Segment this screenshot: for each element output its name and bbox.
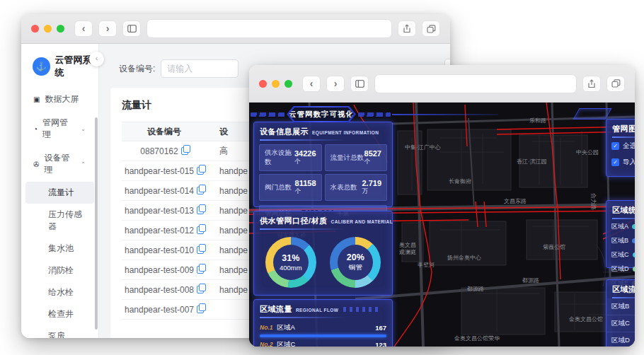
equipment-info-panel: 设备信息展示 EQUIPMENT INFORMATION 供水设施数 34226…	[253, 122, 393, 207]
forward-button[interactable]: ›	[326, 76, 345, 92]
forward-button[interactable]: ›	[98, 21, 117, 37]
monitor-icon: ▣	[33, 95, 40, 103]
legend-label: 区域A	[611, 222, 628, 231]
app-logo-icon: ⚓	[33, 57, 50, 76]
svg-text:合力路: 合力路	[590, 193, 597, 210]
copy-icon[interactable]	[197, 305, 204, 313]
legend-label: 区域D	[611, 264, 629, 274]
svg-text:金奥文昌公馆: 金奥文昌公馆	[568, 316, 603, 322]
legend-label: 区域C	[611, 250, 629, 260]
stat-cell: 供水设施数 34226 个	[259, 144, 322, 171]
svg-text:香江·滨江园: 香江·滨江园	[517, 158, 547, 165]
sidebar-item-pipe-network[interactable]: ◔ 管网管理 ⌄	[21, 111, 98, 146]
checkbox-label: 导入	[623, 158, 635, 167]
address-bar[interactable]	[146, 19, 392, 38]
legend-dot	[632, 224, 635, 229]
svg-text:紫薇公馆: 紫薇公馆	[543, 244, 565, 250]
traffic-lights	[31, 25, 64, 33]
sidebar-subitem[interactable]: 流量计	[25, 182, 94, 204]
sidebar-subitem[interactable]: 集水池	[25, 238, 94, 260]
material-donut-chart[interactable]: 20% 铜管	[330, 237, 381, 288]
minimize-window-button[interactable]	[44, 25, 52, 33]
copy-icon[interactable]	[197, 266, 204, 274]
region-stats-panel: 区域统计 区域A 区域B	[606, 200, 635, 268]
sidebar-toggle-icon[interactable]	[122, 21, 141, 37]
sidebar-collapse-button[interactable]: ‹	[89, 52, 104, 66]
legend-row[interactable]: 区域D	[606, 262, 635, 276]
sidebar-toggle-icon[interactable]	[350, 76, 369, 92]
legend-dot	[633, 267, 636, 272]
desktop: ‹ › ⚓ 云管网系统 ▣	[0, 0, 644, 355]
bar-track	[260, 334, 386, 337]
device-no-filter-label: 设备编号:	[119, 63, 155, 75]
region-flow-row[interactable]: 区域B	[606, 298, 635, 315]
panel-title: 供水管网口径/材质	[260, 216, 328, 226]
chevron-up-icon: ⌃	[81, 161, 86, 168]
copy-icon[interactable]	[181, 147, 188, 155]
copy-icon[interactable]	[197, 187, 204, 194]
copy-icon[interactable]	[197, 246, 204, 254]
sidebar-subitem[interactable]: 压力传感器	[25, 204, 94, 238]
sidebar-subitem[interactable]: 泵房	[25, 325, 94, 338]
stat-cell: 阀门总数 81158 个	[259, 174, 322, 201]
sidebar-scrollbar[interactable]	[95, 117, 98, 330]
region-name: 区域A	[277, 323, 294, 332]
svg-text:奥文昌: 奥文昌	[399, 242, 416, 248]
tab-overview-icon[interactable]	[422, 21, 440, 37]
device-no-cell: handpear-test-007	[125, 305, 194, 315]
caliber-donut-chart[interactable]: 31% 400mm	[265, 237, 316, 288]
region-flow-row[interactable]: 区域C	[606, 315, 635, 332]
layers-panel: 管网图层 ✓ 全选 ✓ 导入	[606, 119, 635, 177]
copy-icon[interactable]	[197, 226, 204, 234]
stat-cell: 水表总数 2.719 万	[325, 174, 388, 201]
checkbox-label: 全选	[623, 141, 635, 151]
rank-label: No.2	[260, 341, 272, 347]
svg-text:文昌东路: 文昌东路	[504, 198, 527, 204]
zoom-window-button[interactable]	[57, 25, 64, 33]
sidebar-subitem[interactable]: 检查井	[25, 303, 94, 325]
header-decoration-right	[573, 108, 611, 120]
share-icon[interactable]	[398, 21, 416, 37]
close-window-button[interactable]	[31, 25, 39, 33]
device-no-cell: handpear-test-014	[125, 186, 194, 196]
svg-text:长青御府: 长青御府	[449, 178, 471, 185]
sidebar-item-data-screen[interactable]: ▣ 数据大屏	[21, 88, 98, 111]
caliber-material-panel: 供水管网口径/材质 CALIBER AND MATERIAL 31% 400mm…	[253, 211, 393, 296]
panel-title: 管网图层	[612, 124, 635, 134]
layer-checkbox-row[interactable]: ✓ 全选	[606, 138, 635, 154]
minimize-window-button[interactable]	[272, 80, 280, 88]
svg-text:李壁河: 李壁河	[417, 262, 435, 268]
zoom-window-button[interactable]	[284, 80, 292, 88]
header-decoration-left	[251, 112, 284, 117]
legend-row[interactable]: 区域A	[606, 219, 635, 233]
checkbox-checked-icon[interactable]: ✓	[611, 142, 619, 150]
panel-subtitle: CALIBER AND MATERIAL	[331, 219, 393, 224]
copy-icon[interactable]	[197, 206, 204, 214]
share-icon[interactable]	[582, 76, 601, 92]
back-button[interactable]: ‹	[74, 21, 93, 37]
tab-overview-icon[interactable]	[606, 76, 625, 92]
sidebar: ⚓ 云管网系统 ▣ 数据大屏 ◔ 管网管理 ⌄ ✇ 设备管理 ⌃	[21, 44, 99, 338]
copy-icon[interactable]	[197, 286, 204, 293]
legend-row[interactable]: 区域B	[606, 233, 635, 248]
region-flow-row[interactable]: 区域D	[606, 332, 635, 347]
front-browser-toolbar: ‹ ›	[249, 65, 635, 103]
chevron-down-icon: ⌄	[81, 126, 86, 132]
sidebar-subitem[interactable]: 消防栓	[25, 260, 94, 281]
svg-text:观澜庭: 观澜庭	[398, 249, 416, 255]
sidebar-subitem[interactable]: 给水栓	[25, 281, 94, 303]
flow-bar-list: No.1 区域A 167 No.2 区域C	[254, 318, 392, 347]
pipe-icon: ◔	[33, 125, 38, 133]
sidebar-item-device-management[interactable]: ✇ 设备管理 ⌃	[21, 146, 98, 182]
close-window-button[interactable]	[259, 80, 267, 88]
copy-icon[interactable]	[197, 167, 204, 175]
back-button[interactable]: ‹	[302, 76, 321, 92]
legend-row[interactable]: 区域C	[606, 248, 635, 262]
layer-checkbox-row[interactable]: ✓ 导入	[606, 154, 635, 170]
device-no-filter-input[interactable]	[161, 59, 238, 78]
address-bar[interactable]	[374, 74, 577, 93]
visualization-dashboard: 乐和路 中集·江广中心 香江·滨江园 中央公园 长青御府 文昌东路 合力路 扬州…	[249, 103, 635, 347]
checkbox-checked-icon[interactable]: ✓	[611, 158, 619, 166]
device-no-cell: handpear-test-009	[125, 265, 194, 275]
rank-label: No.1	[260, 324, 272, 331]
